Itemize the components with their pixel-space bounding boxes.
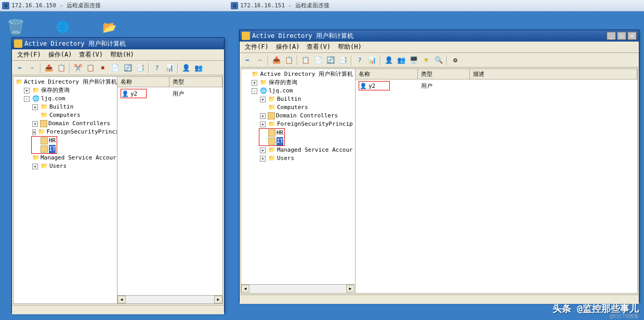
tree-root[interactable]: Active Directory 用户和计算机 [15, 78, 116, 86]
refresh-icon[interactable]: 🔄 [122, 62, 134, 74]
help-icon[interactable]: ? [151, 62, 163, 74]
forward-icon[interactable]: ➡ [27, 62, 38, 74]
up-icon[interactable]: 📤 [43, 62, 55, 74]
list-item-user[interactable]: 👤 y2 用户 [119, 88, 221, 99]
tree-domain[interactable]: -ljq.com [23, 95, 116, 103]
tree-msa[interactable]: Managed Service Accour [31, 154, 116, 162]
refresh-icon[interactable]: 🔄 [325, 55, 336, 66]
user-icon[interactable]: 👤 [383, 55, 395, 66]
tree-domain-controllers[interactable]: +Domain Controllers [259, 112, 354, 120]
export-icon[interactable]: 📑 [337, 55, 349, 66]
ad-titlebar[interactable]: Active Directory 用户和计算机 [12, 38, 224, 49]
expand-icon[interactable]: + [260, 148, 266, 153]
tree-saved-queries[interactable]: +保存的查询 [251, 78, 354, 87]
tree-builtin[interactable]: +Builtin [259, 95, 354, 103]
tree-panel[interactable]: Active Directory 用户和计算机 +保存的查询 -ljq.com … [14, 77, 117, 303]
tree-it[interactable]: IT [32, 145, 57, 153]
list-item-user[interactable]: 👤 y2 用户 [357, 81, 636, 91]
tree-computers[interactable]: Computers [259, 103, 354, 112]
col-desc[interactable]: 描述 [470, 69, 637, 79]
properties-icon[interactable]: 📄 [110, 62, 121, 74]
scroll-left-icon[interactable]: ◀ [117, 296, 126, 303]
list-body[interactable]: 👤 y2 用户 [356, 79, 637, 293]
group-icon[interactable]: 👥 [396, 55, 407, 66]
tree-saved-queries[interactable]: +保存的查询 [23, 86, 116, 95]
col-type[interactable]: 类型 [418, 69, 470, 79]
forward-icon[interactable]: ➡ [254, 55, 266, 66]
close-button[interactable]: ✕ [627, 32, 637, 40]
group-icon[interactable]: 👥 [193, 62, 204, 74]
scroll-track[interactable] [126, 296, 214, 303]
more-icon[interactable]: ⚙ [450, 55, 461, 66]
expand-icon[interactable]: + [252, 80, 257, 86]
tree-builtin[interactable]: +Builtin [31, 103, 116, 111]
scroll-right-icon[interactable]: ▶ [346, 285, 354, 292]
menu-file[interactable]: 文件(F) [14, 49, 44, 60]
list-icon[interactable]: 📊 [366, 55, 378, 66]
list-icon[interactable]: 📊 [164, 62, 175, 74]
maximize-button[interactable]: □ [617, 32, 626, 40]
scrollbar-horizontal[interactable]: ◀ ▶ [117, 295, 222, 303]
col-name[interactable]: 名称 [117, 77, 169, 87]
tree-hr[interactable]: HR [32, 137, 57, 145]
collapse-icon[interactable]: - [24, 96, 30, 102]
desktop-left[interactable]: 🗑️ 🌐 📂 Active Directory 用户和计算机 文件(F) 操作(… [0, 11, 229, 320]
expand-icon[interactable]: + [260, 156, 266, 162]
menu-action[interactable]: 操作(A) [45, 49, 75, 60]
scroll-track[interactable] [249, 285, 346, 292]
menu-help[interactable]: 帮助(H) [335, 42, 365, 52]
tree-panel[interactable]: Active Directory 用户和计算机 +保存的查询 -ljq.com … [241, 69, 356, 293]
expand-icon[interactable]: + [32, 121, 38, 127]
scroll-right-icon[interactable]: ▶ [214, 296, 222, 303]
tree-users[interactable]: +Users [259, 154, 354, 163]
delete-icon[interactable]: ✖ [97, 62, 109, 74]
menu-help[interactable]: 帮助(H) [107, 49, 137, 60]
expand-icon[interactable]: + [32, 104, 38, 110]
properties-icon[interactable]: 📄 [312, 55, 324, 66]
tree-computers[interactable]: Computers [31, 111, 116, 119]
tree-fsp[interactable]: +ForeignSecurityPrincip [31, 128, 116, 136]
back-icon[interactable]: ⬅ [14, 62, 25, 74]
expand-icon[interactable]: + [32, 164, 38, 169]
menu-file[interactable]: 文件(F) [242, 42, 272, 52]
col-type[interactable]: 类型 [169, 77, 222, 87]
copy-icon[interactable]: 📋 [300, 55, 311, 66]
tree-msa[interactable]: +Managed Service Accour [259, 146, 354, 154]
copy-icon[interactable]: 📋 [85, 62, 96, 74]
ad-titlebar[interactable]: Active Directory 用户和计算机 _ □ ✕ [240, 30, 639, 42]
minimize-button[interactable]: _ [607, 32, 616, 40]
computer-icon[interactable]: 🖥️ [408, 55, 419, 66]
list-body[interactable]: 👤 y2 用户 [117, 87, 222, 295]
folder-tree-icon[interactable]: 📋 [283, 55, 295, 66]
col-name[interactable]: 名称 [356, 69, 418, 79]
folder-tree-icon[interactable]: 📋 [56, 62, 67, 74]
rdp-titlebar[interactable]: 172.16.16.151 - 远程桌面连接 [229, 0, 644, 11]
user-icon[interactable]: 👤 [180, 62, 192, 74]
filter-icon[interactable]: ▼ [420, 55, 432, 66]
help-icon[interactable]: ? [354, 55, 365, 66]
expand-icon[interactable]: + [32, 129, 36, 135]
find-icon[interactable]: 🔍 [433, 55, 444, 66]
network-icon[interactable]: 🌐 [52, 17, 73, 37]
menu-view[interactable]: 查看(V) [304, 42, 334, 52]
expand-icon[interactable]: + [260, 113, 266, 119]
tree-users[interactable]: +Users [31, 162, 116, 170]
cut-icon[interactable]: ✂️ [72, 62, 84, 74]
tree-fsp[interactable]: +ForeignSecurityPrincip [259, 120, 354, 128]
scrollbar-horizontal[interactable]: ◀ ▶ [241, 284, 354, 292]
expand-icon[interactable]: + [260, 97, 266, 102]
up-icon[interactable]: 📤 [271, 55, 282, 66]
collapse-icon[interactable]: - [252, 88, 257, 94]
expand-icon[interactable]: + [260, 122, 266, 127]
expand-icon[interactable]: + [24, 88, 30, 94]
export-icon[interactable]: 📑 [135, 62, 146, 74]
tree-root[interactable]: Active Directory 用户和计算机 [242, 70, 354, 78]
back-icon[interactable]: ⬅ [242, 55, 253, 66]
tree-hr[interactable]: HR [259, 129, 284, 137]
menu-view[interactable]: 查看(V) [76, 49, 106, 60]
desktop-right[interactable]: Active Directory 用户和计算机 _ □ ✕ 文件(F) 操作(A… [229, 11, 644, 320]
menu-action[interactable]: 操作(A) [273, 42, 303, 52]
tree-it[interactable]: IT [259, 137, 284, 145]
rdp-titlebar[interactable]: 172.16.16.150 - 远程桌面连接 [0, 0, 229, 11]
tree-domain[interactable]: -ljq.com [251, 87, 354, 95]
